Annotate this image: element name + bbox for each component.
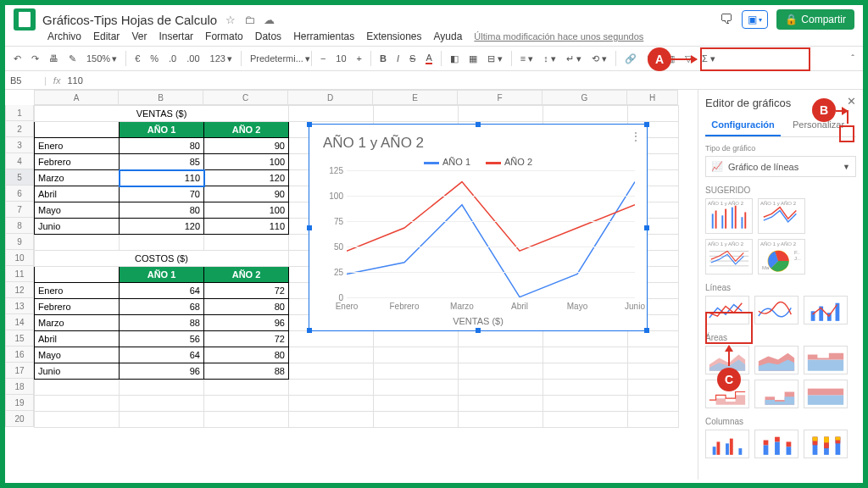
- cell[interactable]: 72: [204, 331, 289, 347]
- merge-button[interactable]: ⊟ ▾: [484, 52, 506, 66]
- cell[interactable]: 100: [204, 202, 289, 219]
- column-header[interactable]: F: [458, 90, 542, 105]
- cloud-icon[interactable]: ☁: [264, 14, 275, 26]
- cell[interactable]: [459, 106, 543, 122]
- present-button[interactable]: ▣ ▾: [742, 10, 768, 29]
- row-header[interactable]: 16: [5, 347, 34, 363]
- cell[interactable]: [204, 251, 289, 267]
- row-header[interactable]: 12: [5, 282, 34, 298]
- cell[interactable]: [120, 380, 204, 396]
- cell[interactable]: [204, 380, 289, 396]
- column-header[interactable]: G: [542, 90, 627, 105]
- menu-insertar[interactable]: Insertar: [159, 30, 193, 42]
- row-header[interactable]: 17: [5, 363, 34, 379]
- cell[interactable]: Junio: [35, 219, 120, 235]
- chart-type-area-6[interactable]: [804, 380, 848, 408]
- tab-configuracion[interactable]: Configuración: [705, 114, 781, 136]
- cell[interactable]: AÑO 1: [120, 267, 204, 283]
- chart-type-combo[interactable]: [804, 296, 848, 324]
- chart-type-area-2[interactable]: [754, 346, 798, 374]
- formula-bar[interactable]: 110: [67, 75, 82, 86]
- menu-extensiones[interactable]: Extensiones: [366, 30, 421, 42]
- cell[interactable]: 90: [204, 138, 289, 154]
- cell[interactable]: 64: [120, 347, 204, 363]
- cell[interactable]: AÑO 2: [204, 122, 289, 138]
- row-header[interactable]: 19: [5, 395, 34, 411]
- cell[interactable]: 96: [204, 315, 289, 331]
- borders-button[interactable]: ▦: [465, 52, 481, 66]
- row-header[interactable]: 7: [5, 202, 34, 218]
- row-header[interactable]: 8: [5, 218, 34, 234]
- suggested-thumb-3[interactable]: AÑO 1 y AÑO 2: [705, 239, 753, 274]
- dec-increase-button[interactable]: .00: [183, 52, 203, 65]
- cell[interactable]: [628, 412, 679, 428]
- cell[interactable]: Febrero: [35, 299, 120, 315]
- cell[interactable]: [35, 235, 120, 251]
- menu-ayuda[interactable]: Ayuda: [434, 30, 463, 42]
- menu-editar[interactable]: Editar: [93, 30, 120, 42]
- row-header[interactable]: 1: [5, 105, 34, 121]
- row-header[interactable]: 13: [5, 298, 34, 314]
- font-size-value[interactable]: 10: [332, 52, 349, 65]
- cell[interactable]: 88: [120, 315, 204, 331]
- menu-datos[interactable]: Datos: [255, 30, 281, 42]
- redo-button[interactable]: ↷: [28, 52, 42, 66]
- print-button[interactable]: 🖶: [46, 52, 62, 65]
- column-header[interactable]: E: [373, 90, 458, 105]
- cell[interactable]: Enero: [35, 283, 120, 299]
- move-icon[interactable]: 🗀: [244, 14, 255, 26]
- format-number-button[interactable]: 123 ▾: [207, 52, 236, 66]
- wrap-button[interactable]: ↵ ▾: [563, 52, 585, 66]
- last-edit-link[interactable]: Última modificación hace unos segundos: [474, 31, 643, 42]
- cell[interactable]: [628, 380, 679, 396]
- chart-type-area-3[interactable]: [804, 346, 848, 374]
- cell[interactable]: Abril: [35, 331, 120, 347]
- chart-type-select[interactable]: 📈 Gráfico de líneas ▼: [705, 156, 856, 177]
- bold-button[interactable]: B: [376, 52, 390, 65]
- chart-type-line-smooth[interactable]: [754, 296, 798, 324]
- cell[interactable]: [374, 106, 459, 122]
- row-header[interactable]: 9: [5, 234, 34, 250]
- row-header[interactable]: 3: [5, 137, 34, 153]
- star-icon[interactable]: ☆: [225, 14, 236, 26]
- cell[interactable]: [628, 396, 679, 412]
- suggested-thumb-4[interactable]: AÑO 1 y AÑO 2 F..J... Ma: [758, 239, 805, 274]
- cell[interactable]: [204, 396, 289, 412]
- chart-menu-icon[interactable]: ⋮: [630, 130, 642, 143]
- cell[interactable]: [628, 363, 679, 380]
- chart-type-col-1[interactable]: [705, 430, 749, 458]
- cell[interactable]: VENTAS ($): [120, 106, 204, 122]
- cell[interactable]: [628, 347, 679, 363]
- cell[interactable]: 64: [120, 283, 204, 299]
- cell[interactable]: Marzo: [35, 315, 120, 331]
- cell[interactable]: Enero: [35, 138, 120, 154]
- cell[interactable]: [204, 412, 289, 428]
- paint-format-button[interactable]: ✎: [65, 52, 80, 66]
- cell[interactable]: AÑO 2: [204, 267, 289, 283]
- cell[interactable]: 90: [204, 186, 289, 202]
- cell[interactable]: COSTOS ($): [120, 251, 204, 267]
- cell[interactable]: [204, 235, 289, 251]
- chart-type-area-5[interactable]: [754, 380, 798, 408]
- collapse-toolbar-button[interactable]: ˆ: [848, 52, 858, 65]
- font-size-inc[interactable]: +: [353, 52, 365, 65]
- dec-decrease-button[interactable]: .0: [165, 52, 180, 65]
- row-header[interactable]: 11: [5, 266, 34, 282]
- rotate-button[interactable]: ⟲ ▾: [588, 52, 610, 66]
- undo-button[interactable]: ↶: [10, 52, 25, 66]
- chart-type-line-basic[interactable]: [705, 296, 749, 324]
- embedded-chart[interactable]: ⋮ AÑO 1 y AÑO 2 AÑO 1AÑO 2 0255075100125…: [309, 124, 648, 331]
- cell[interactable]: [35, 412, 120, 428]
- cell[interactable]: 56: [120, 331, 204, 347]
- fill-color-button[interactable]: ◧: [447, 52, 462, 66]
- chart-type-col-3[interactable]: [804, 430, 848, 458]
- share-button[interactable]: 🔒 Compartir: [776, 9, 854, 30]
- strike-button[interactable]: S: [406, 52, 419, 65]
- column-header[interactable]: D: [288, 90, 373, 105]
- cell[interactable]: 88: [204, 363, 289, 380]
- cell[interactable]: Mayo: [35, 202, 120, 219]
- cell[interactable]: 80: [120, 202, 204, 219]
- name-box[interactable]: B5: [10, 75, 44, 86]
- cell[interactable]: AÑO 1: [120, 122, 204, 138]
- cell[interactable]: Abril: [35, 186, 120, 202]
